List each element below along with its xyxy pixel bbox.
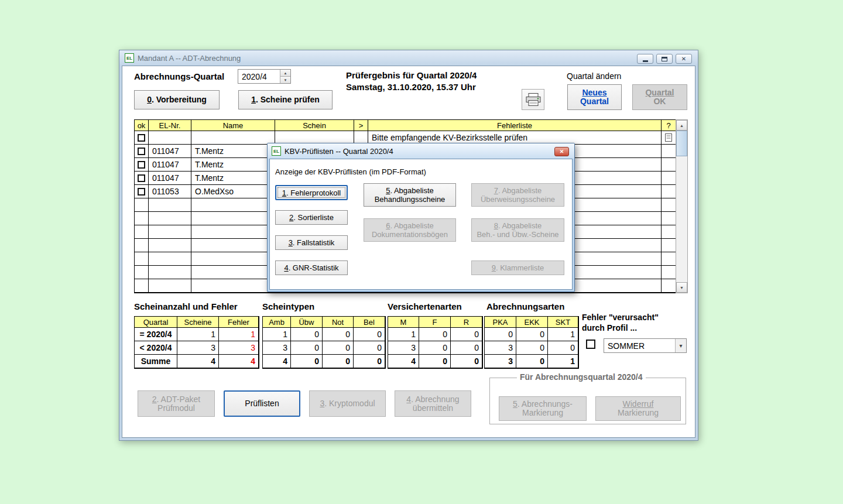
- neues-quartal-button[interactable]: Neues Quartal: [567, 84, 622, 110]
- quartal-input[interactable]: 2020/4 ▲ ▼: [238, 69, 291, 84]
- app-icon: EL: [125, 53, 134, 63]
- stats-header-scheine: Scheine: [177, 317, 219, 328]
- quartal-ok-button: Quartal OK: [632, 84, 687, 110]
- stats-row: 3 0 0: [485, 341, 578, 355]
- result-date: Samstag, 31.10.2020, 15.37 Uhr: [346, 82, 476, 92]
- print-button[interactable]: [522, 89, 544, 110]
- minimize-button[interactable]: [637, 54, 653, 64]
- spin-down-icon[interactable]: ▼: [280, 77, 290, 83]
- abgabeliste-behandlungsscheine-button[interactable]: 5. Abgabeliste Behandlungsscheine: [364, 183, 456, 207]
- printer-icon: [525, 92, 542, 107]
- klammerliste-button: 9. Klammerliste: [471, 260, 564, 275]
- cell-question: [662, 145, 676, 158]
- abgabeliste-ueberweisungsscheine-button: 7. Abgabeliste Überweisungsscheine: [471, 183, 564, 207]
- stats-table-abrechnungsarten: PKA EKK SKT 0 0 1 3 0 0 3 0 1: [484, 316, 579, 369]
- section-label-abrechnungsarten: Abrechnungsarten: [486, 301, 564, 311]
- stats-row: < 2020/4 3 3: [135, 341, 259, 355]
- profile-label-line1: Fehler "verursacht": [582, 313, 659, 322]
- cell-name: [191, 131, 275, 145]
- table-scrollbar[interactable]: ▲ ▼: [676, 119, 688, 293]
- close-button[interactable]: ✕: [676, 54, 692, 64]
- gnr-statistik-button[interactable]: 4. GNR-Statistik: [275, 260, 348, 275]
- scrollbar-thumb[interactable]: [676, 131, 687, 156]
- stats-row: = 2020/4 1 1: [135, 328, 259, 341]
- scroll-up-button[interactable]: ▲: [676, 120, 687, 131]
- minimize-icon: [643, 60, 648, 62]
- dialog-close-button[interactable]: ✕: [554, 147, 569, 156]
- maximize-button[interactable]: [656, 54, 673, 64]
- stats-header-bel: Bel: [354, 317, 385, 328]
- quartal-spinner: ▲ ▼: [280, 70, 290, 83]
- sortierliste-button[interactable]: 2. Sortierliste: [275, 210, 348, 225]
- maximize-icon: [662, 57, 667, 61]
- fehlerprotokoll-button[interactable]: 1. Fehlerprotokoll: [275, 185, 348, 200]
- column-header-gt: >: [354, 120, 368, 131]
- cell-el-nr: 011047: [149, 158, 191, 172]
- row-checkbox[interactable]: [138, 188, 145, 196]
- profile-label-line2: durch Profil ...: [582, 323, 637, 332]
- stats-row: 1 0 0: [388, 328, 482, 341]
- row-checkbox[interactable]: [138, 134, 145, 142]
- stats-row-summe: 3 0 1: [485, 355, 578, 368]
- document-icon[interactable]: [665, 133, 672, 142]
- stats-header-fehler: Fehler: [219, 317, 259, 328]
- profile-select[interactable]: SOMMER ▾: [604, 338, 687, 353]
- section-label-versichertenarten: Versichertenarten: [388, 301, 462, 311]
- scroll-down-icon: ▼: [680, 286, 684, 290]
- scheine-pruefen-button[interactable]: 1. Scheine prüfen: [238, 90, 333, 109]
- scroll-up-icon: ▲: [680, 124, 684, 128]
- vorbereitung-button[interactable]: 0. Vorbereitung: [134, 90, 220, 109]
- row-checkbox[interactable]: [138, 161, 145, 169]
- cell-question: [662, 158, 676, 172]
- stats-row: 3 0 0 0: [263, 341, 385, 355]
- column-header-name: Name: [191, 120, 275, 131]
- stats-row: 0 0 1: [485, 328, 578, 341]
- cell-ok: [135, 131, 149, 145]
- profile-select-value: SOMMER: [604, 339, 675, 352]
- chevron-down-icon[interactable]: ▾: [675, 339, 686, 352]
- dialog-title: KBV-Prüflisten -- Quartal 2020/4: [285, 147, 393, 156]
- cell-el-nr: 011047: [149, 172, 191, 185]
- cell-name: T.Mentz: [191, 158, 275, 172]
- stats-header-pka: PKA: [485, 317, 516, 328]
- dialog-subtitle: Anzeige der KBV-Prüflisten (im PDF-Forma…: [275, 167, 426, 176]
- stats-row-summe: 4 0 0 0: [263, 355, 385, 368]
- column-header-fehlerliste: Fehlerliste: [368, 120, 662, 131]
- abrechnung-uebermitteln-button: 4. Abrechnung übermitteln: [395, 390, 471, 417]
- cell-el-nr: [149, 131, 191, 145]
- stats-table-versichertenarten: M F R 1 0 0 3 0 0 4 0 0: [388, 316, 483, 369]
- spin-up-icon[interactable]: ▲: [280, 70, 290, 77]
- section-label-scheinanzahl: Scheinanzahl und Fehler: [134, 301, 238, 311]
- cell-question: [662, 185, 676, 198]
- stats-header-m: M: [388, 317, 419, 328]
- quartal-label: Abrechnungs-Quartal: [134, 71, 224, 81]
- abrechnungs-markierung-button: 5. Abrechnungs- Markierung: [499, 396, 587, 421]
- abgabeliste-dokumentationsboegen-button: 6. Abgabeliste Dokumentationsbögen: [364, 218, 456, 242]
- quartal-value[interactable]: 2020/4: [238, 70, 280, 83]
- cell-question: [662, 131, 676, 145]
- close-icon: ✕: [560, 149, 564, 155]
- row-checkbox[interactable]: [138, 174, 145, 182]
- fallstatistik-button[interactable]: 3. Fallstatistik: [275, 235, 348, 250]
- column-header-question: ?: [662, 120, 676, 131]
- dialog-titlebar[interactable]: EL KBV-Prüflisten -- Quartal 2020/4: [268, 143, 574, 159]
- result-title: Prüfergebnis für Quartal 2020/4: [346, 70, 477, 80]
- widerruf-markierung-button: Widerruf Markierung: [595, 396, 681, 421]
- scroll-down-button[interactable]: ▼: [676, 282, 687, 293]
- dialog-app-icon: EL: [272, 146, 281, 156]
- column-header-schein: Schein: [275, 120, 354, 131]
- stats-header-skt: SKT: [548, 317, 578, 328]
- cell-name: O.MedXso: [191, 185, 275, 198]
- row-checkbox[interactable]: [138, 148, 145, 155]
- section-label-scheintypen: Scheintypen: [262, 301, 314, 311]
- stats-row-summe: Summe 4 4: [135, 355, 259, 368]
- table-header-row: ok EL-Nr. Name Schein > Fehlerliste ?: [135, 120, 676, 131]
- main-titlebar[interactable]: EL Mandant A -- ADT-Abrechnung: [119, 50, 698, 66]
- prueflisten-button[interactable]: Prüflisten: [224, 390, 300, 417]
- column-header-ok: ok: [135, 120, 149, 131]
- stats-row: 1 0 0 0: [263, 328, 385, 341]
- abrechnungsquartal-groupbox: Für Abrechnungsquartal 2020/4 5. Abrechn…: [489, 378, 686, 424]
- abgabeliste-beh-uebw-scheine-button: 8. Abgabeliste Beh.- und Übw.-Scheine: [471, 218, 564, 242]
- profile-checkbox[interactable]: [586, 340, 595, 349]
- stats-row: 3 0 0: [388, 341, 482, 355]
